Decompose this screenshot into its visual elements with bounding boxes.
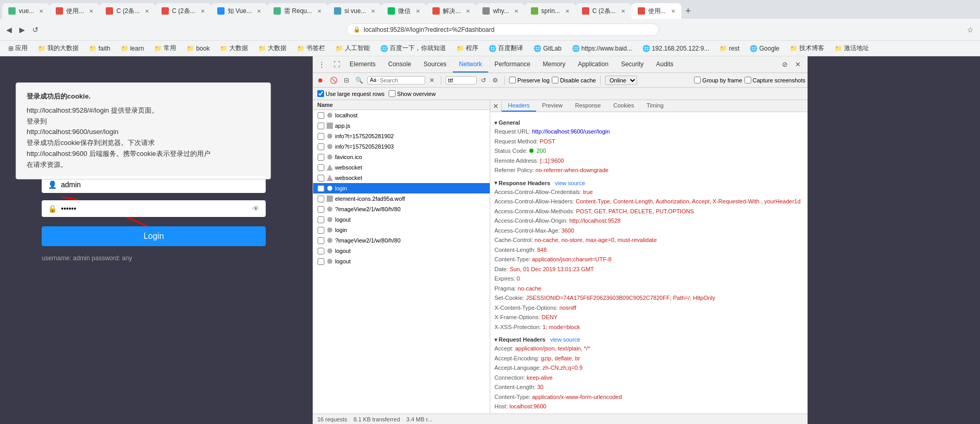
bm-apps[interactable]: ⊞应用 xyxy=(4,43,32,54)
tab-c2[interactable]: C (2条... ✕ xyxy=(155,3,211,19)
tab-close-icon[interactable]: ✕ xyxy=(416,8,420,14)
capture-screenshots-label[interactable]: Capture screenshots xyxy=(745,77,806,83)
tab-close-icon[interactable]: ✕ xyxy=(201,8,205,14)
devtools-settings-icon[interactable]: ⋮ xyxy=(315,60,328,68)
preserve-log-checkbox[interactable] xyxy=(509,77,516,83)
req-image1[interactable]: ?imageView2/1/w/80/h/80 xyxy=(313,204,490,214)
config-filter-btn[interactable]: ⚙ xyxy=(490,76,500,85)
bm-learn[interactable]: 📁learn xyxy=(117,44,148,53)
req-info2[interactable]: info?t=1575205281903 xyxy=(313,141,490,152)
req-checkbox[interactable] xyxy=(317,154,325,161)
bm-192[interactable]: 🌐192.168.205.122:9... xyxy=(638,44,713,53)
tab-audits[interactable]: Audits xyxy=(650,56,679,72)
tab-use[interactable]: 使用... ✕ xyxy=(49,3,100,19)
bm-book[interactable]: 📁book xyxy=(182,44,214,53)
tab-c1[interactable]: C (2条... ✕ xyxy=(100,3,155,19)
bookmark-button[interactable]: ☆ xyxy=(965,23,976,36)
tab-application[interactable]: Application xyxy=(572,56,615,72)
req-localhost[interactable]: localhost xyxy=(313,110,490,120)
req-ws1[interactable]: websocket xyxy=(313,162,490,173)
large-requests-checkbox[interactable] xyxy=(317,90,324,97)
details-tab-cookies[interactable]: Cookies xyxy=(607,100,640,112)
request-headers-section[interactable]: Request Headers view source xyxy=(494,336,803,343)
tab-why[interactable]: why... ✕ xyxy=(476,3,524,19)
req-info1[interactable]: info?t=1575205281902 xyxy=(313,131,490,141)
req-checkbox[interactable] xyxy=(317,237,325,244)
tab-close-icon[interactable]: ✕ xyxy=(145,8,149,14)
tab-close-icon[interactable]: ✕ xyxy=(514,8,518,14)
show-password-icon[interactable]: 👁 xyxy=(252,204,259,213)
req-checkbox[interactable] xyxy=(317,248,325,255)
disable-cache-checkbox[interactable] xyxy=(552,77,559,83)
bm-program[interactable]: 📁程序 xyxy=(452,43,482,54)
bm-translate[interactable]: 🌐百度翻译 xyxy=(485,43,527,54)
tab-sources[interactable]: Sources xyxy=(417,56,453,72)
tab-close-icon[interactable]: ✕ xyxy=(565,8,569,14)
tab-wechat[interactable]: 微信 ✕ xyxy=(381,3,426,19)
close-search-btn[interactable]: ✕ xyxy=(427,76,437,85)
req-login-selected[interactable]: login xyxy=(313,183,490,193)
tab-close-icon[interactable]: ✕ xyxy=(317,8,321,14)
tab-close-icon[interactable]: ✕ xyxy=(257,8,261,14)
preserve-log-label[interactable]: Preserve log xyxy=(509,77,550,83)
bm-bigdata[interactable]: 📁我的大数据 xyxy=(34,43,83,54)
password-input[interactable] xyxy=(61,204,248,213)
tab-vue[interactable]: vue... ✕ xyxy=(2,3,49,19)
details-tab-headers[interactable]: Headers xyxy=(502,100,536,112)
group-by-frame-checkbox[interactable] xyxy=(694,77,701,83)
tab-jj[interactable]: 解决... ✕ xyxy=(426,3,476,19)
req-checkbox[interactable] xyxy=(317,227,325,234)
close-details-icon[interactable]: ✕ xyxy=(490,100,502,112)
bm-baidu[interactable]: 🌐百度一下，你就知道 xyxy=(376,43,450,54)
reload-button[interactable]: ↺ xyxy=(30,23,41,36)
devtools-close-icon[interactable]: ✕ xyxy=(792,59,803,70)
general-section-header[interactable]: General xyxy=(494,119,803,126)
tab-close-icon[interactable]: ✕ xyxy=(466,8,470,14)
req-image2[interactable]: ?imageView2/1/w/80/h/80 xyxy=(313,235,490,246)
view-source-link2[interactable]: view source xyxy=(550,336,580,343)
req-logout1[interactable]: logout xyxy=(313,214,490,225)
req-logout2[interactable]: logout xyxy=(313,246,490,256)
req-checkbox[interactable] xyxy=(317,112,325,119)
tab-spring[interactable]: sprin... ✕ xyxy=(525,3,576,19)
username-input[interactable] xyxy=(61,180,259,189)
back-button[interactable]: ◀ xyxy=(4,23,14,36)
tab-performance[interactable]: Performance xyxy=(488,56,537,72)
req-checkbox[interactable] xyxy=(317,206,325,213)
tab-elements[interactable]: Elements xyxy=(343,56,382,72)
tab-zhi[interactable]: 知 Vue... ✕ xyxy=(211,3,267,19)
tab-close-icon[interactable]: ✕ xyxy=(671,8,675,14)
req-checkbox[interactable] xyxy=(317,164,325,171)
tab-si[interactable]: si vue... ✕ xyxy=(328,3,381,19)
forward-button[interactable]: ▶ xyxy=(17,23,27,36)
reload-filter-btn[interactable]: ↺ xyxy=(479,76,488,85)
details-tab-timing[interactable]: Timing xyxy=(640,100,670,112)
bm-common[interactable]: 📁常用 xyxy=(150,43,180,54)
filter-input[interactable] xyxy=(445,76,477,84)
disable-cache-label[interactable]: Disable cache xyxy=(552,77,596,83)
tab-console[interactable]: Console xyxy=(382,56,417,72)
view-source-link[interactable]: view source xyxy=(555,180,585,186)
req-woff[interactable]: element-icons.2fad95a.woff xyxy=(313,193,490,204)
req-checkbox[interactable] xyxy=(317,258,325,265)
req-logout3[interactable]: logout xyxy=(313,256,490,266)
req-checkbox[interactable] xyxy=(317,143,325,150)
tab-close-icon[interactable]: ✕ xyxy=(371,8,375,14)
details-tab-response[interactable]: Response xyxy=(569,100,607,112)
login-button[interactable]: Login xyxy=(42,226,266,246)
group-by-frame-label[interactable]: Group by frame xyxy=(694,77,742,83)
req-checkbox[interactable] xyxy=(317,185,325,192)
bm-activate[interactable]: 📁激活地址 xyxy=(830,43,873,54)
bm-bookmarks[interactable]: 📁书签栏 xyxy=(293,43,329,54)
req-favicon[interactable]: favicon.ico xyxy=(313,152,490,162)
bm-techblog[interactable]: 📁技术博客 xyxy=(786,43,828,54)
devtools-console-icon[interactable]: ⊘ xyxy=(779,59,790,70)
req-checkbox[interactable] xyxy=(317,216,325,223)
req-checkbox[interactable] xyxy=(317,133,325,140)
req-appjs[interactable]: app.js xyxy=(313,120,490,131)
tab-security[interactable]: Security xyxy=(615,56,650,72)
clear-button[interactable]: 🚫 xyxy=(328,76,340,85)
show-overview-checkbox[interactable] xyxy=(389,90,395,97)
bm-baidurl[interactable]: 🌐https://www.baid... xyxy=(568,44,636,53)
details-tab-preview[interactable]: Preview xyxy=(536,100,569,112)
